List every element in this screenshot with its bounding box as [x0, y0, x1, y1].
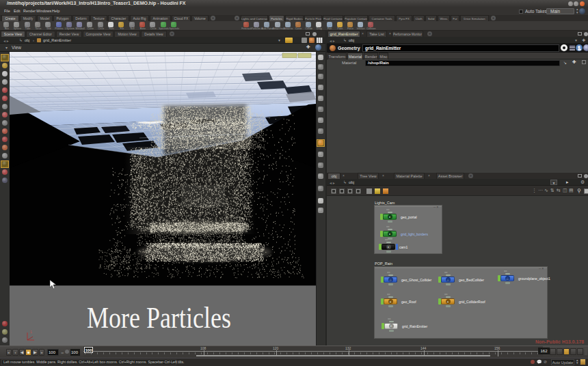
svg-text:1: 1 — [30, 330, 32, 334]
svg-text:More Particles: More Particles — [87, 300, 231, 335]
